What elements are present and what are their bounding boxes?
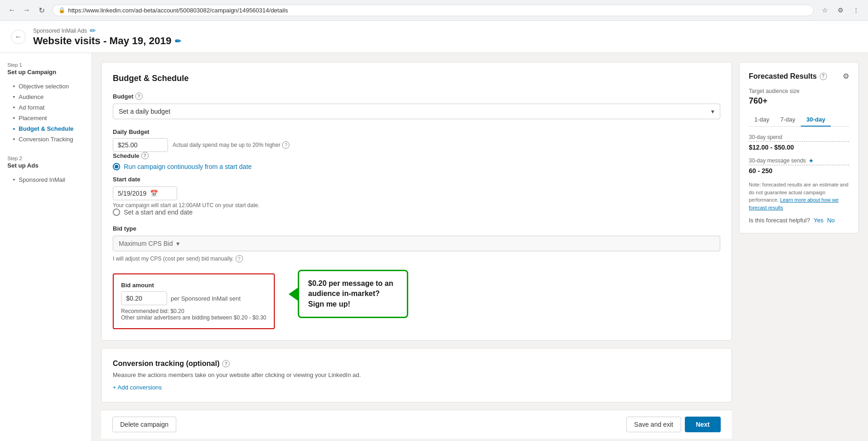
step1-nav-list: Objective selection Audience Ad format P… xyxy=(7,81,84,145)
bid-amount-label: Bid amount xyxy=(121,282,266,289)
target-audience-value: 760+ xyxy=(749,96,849,106)
sidebar-item-audience[interactable]: Audience xyxy=(7,92,84,102)
daily-budget-help-icon[interactable]: ? xyxy=(282,141,289,149)
star-button[interactable]: ☆ xyxy=(818,4,831,17)
sidebar-item-placement[interactable]: Placement xyxy=(7,113,84,123)
main-title-text: Website visits - May 19, 2019 xyxy=(33,35,171,47)
bid-type-section: Bid type Maximum CPS Bid ▾ I will adjust… xyxy=(113,225,720,262)
main-layout: Step 1 Set up Campaign Objective selecti… xyxy=(0,53,868,441)
day-tabs: 1-day 7-day 30-day xyxy=(749,113,849,127)
forecast-panel: Forecasted Results ? ⚙ Target audience s… xyxy=(739,62,859,233)
browser-actions: ☆ ⚙ ⋮ xyxy=(818,4,862,17)
forecast-help-icon[interactable]: ? xyxy=(820,73,827,80)
calendar-icon: 📅 xyxy=(150,190,158,197)
step1-label: Step 1 xyxy=(7,62,84,68)
sidebar-item-ad-format[interactable]: Ad format xyxy=(7,102,84,113)
budget-type-value: Set a daily budget xyxy=(119,108,170,115)
menu-button[interactable]: ⋮ xyxy=(850,4,862,17)
daily-budget-hint: Actual daily spend may be up to 20% high… xyxy=(173,141,289,149)
sidebar-item-conversion-tracking[interactable]: Conversion Tracking xyxy=(7,134,84,145)
bid-amount-wrapper: Bid amount per Sponsored InMail sent Rec… xyxy=(113,270,720,329)
step2-nav-list: Sponsored InMail xyxy=(7,174,84,185)
chevron-down-icon: ▾ xyxy=(711,108,714,115)
bid-type-dropdown[interactable]: Maximum CPS Bid ▾ xyxy=(113,236,720,251)
date-input-row: 5/19/2019 📅 xyxy=(113,186,720,200)
budget-type-dropdown[interactable]: Set a daily budget ▾ xyxy=(113,104,720,119)
step2-label: Step 2 xyxy=(7,156,84,161)
tab-1-day[interactable]: 1-day xyxy=(749,113,775,127)
forecast-sends-value: 60 - 250 xyxy=(749,167,849,174)
forecast-helpful-no[interactable]: No xyxy=(827,217,835,224)
daily-budget-group: Daily Budget Actual daily spend may be u… xyxy=(113,128,720,152)
forecast-sends-label: 30-day message sends ★ xyxy=(749,157,849,165)
sidebar-item-objective[interactable]: Objective selection xyxy=(7,81,84,92)
budget-label: Budget ? xyxy=(113,93,720,100)
add-conversions-link[interactable]: + Add conversions xyxy=(113,384,720,391)
sidebar: Step 1 Set up Campaign Objective selecti… xyxy=(0,53,92,441)
forecast-helpful-yes[interactable]: Yes xyxy=(814,217,823,224)
reload-button[interactable]: ↻ xyxy=(35,4,48,17)
callout-bubble: $0.20 per message to an audience in-mark… xyxy=(298,270,408,318)
conversion-help-icon[interactable]: ? xyxy=(222,360,230,367)
bid-type-chevron-icon: ▾ xyxy=(176,240,179,247)
bid-amount-box: Bid amount per Sponsored InMail sent Rec… xyxy=(113,273,275,329)
delete-campaign-button[interactable]: Delete campaign xyxy=(112,417,176,432)
conversion-tracking-card: Conversion tracking (optional) ? Measure… xyxy=(101,348,732,402)
forecast-header: Forecasted Results ? ⚙ xyxy=(749,72,849,81)
budget-schedule-card: Budget & Schedule Budget ? Set a daily b… xyxy=(101,62,732,341)
conversion-title: Conversion tracking (optional) ? xyxy=(113,360,720,368)
next-button[interactable]: Next xyxy=(685,417,721,432)
bid-recommended: Recommended bid: $0.20 xyxy=(121,308,266,314)
page-main-title: Website visits - May 19, 2019 ✏ xyxy=(33,35,181,47)
budget-help-icon[interactable]: ? xyxy=(135,93,143,100)
schedule-option1[interactable]: Run campaign continuously from a start d… xyxy=(113,163,720,170)
main-form: Budget & Schedule Budget ? Set a daily b… xyxy=(101,62,732,439)
target-audience-label: Target audience size xyxy=(749,88,849,94)
start-date-note: Your campaign will start at 12:00AM UTC … xyxy=(113,202,720,209)
save-exit-button[interactable]: Save and exit xyxy=(626,417,681,432)
forward-nav-button[interactable]: → xyxy=(20,4,33,17)
address-bar[interactable]: 🔒 https://www.linkedin.com/ad-beta/accou… xyxy=(52,5,814,16)
start-date-group: Start date 5/19/2019 📅 Your campaign wil… xyxy=(113,176,720,209)
star-icon: ★ xyxy=(809,157,814,164)
schedule-help-icon[interactable]: ? xyxy=(141,152,149,159)
forecast-helpful: Is this forecast helpful? Yes No xyxy=(749,217,849,224)
subtitle-edit-icon[interactable]: ✏ xyxy=(90,26,96,35)
page-subtitle: Sponsored InMail Ads ✏ xyxy=(33,26,181,35)
schedule-option2[interactable]: Set a start and end date xyxy=(113,209,720,216)
extensions-button[interactable]: ⚙ xyxy=(834,4,847,17)
step1-title: Set up Campaign xyxy=(7,69,84,75)
callout-arrow-icon xyxy=(289,288,298,301)
bid-amount-input[interactable] xyxy=(121,291,167,305)
bottom-bar: Delete campaign Save and exit Next xyxy=(101,410,732,439)
title-edit-icon[interactable]: ✏ xyxy=(175,37,181,46)
subtitle-text: Sponsored InMail Ads xyxy=(33,28,87,34)
schedule-radio2[interactable] xyxy=(113,209,120,216)
forecast-spend-value: $12.00 - $50.00 xyxy=(749,144,849,151)
page-header: ← Sponsored InMail Ads ✏ Website visits … xyxy=(0,21,868,53)
callout-area: $0.20 per message to an audience in-mark… xyxy=(289,270,408,318)
start-date-label: Start date xyxy=(113,176,720,183)
step2-title: Set up Ads xyxy=(7,162,84,169)
sidebar-item-budget[interactable]: Budget & Schedule xyxy=(7,123,84,134)
forecast-spend-metric: 30-day spend $12.00 - $50.00 xyxy=(749,134,849,151)
schedule-radio1[interactable] xyxy=(113,163,120,170)
tab-7-day[interactable]: 7-day xyxy=(775,113,801,127)
daily-budget-label: Daily Budget xyxy=(113,128,720,135)
schedule-label: Schedule ? xyxy=(113,152,720,159)
tab-30-day[interactable]: 30-day xyxy=(801,113,831,127)
browser-chrome: ← → ↻ 🔒 https://www.linkedin.com/ad-beta… xyxy=(0,0,868,21)
sidebar-item-sponsored-inmail[interactable]: Sponsored InMail xyxy=(7,174,84,185)
browser-nav-buttons: ← → ↻ xyxy=(6,4,48,17)
daily-budget-input-row: Actual daily spend may be up to 20% high… xyxy=(113,138,720,152)
start-date-value: 5/19/2019 xyxy=(118,190,146,197)
back-nav-button[interactable]: ← xyxy=(6,4,18,17)
url-text: https://www.linkedin.com/ad-beta/account… xyxy=(68,7,288,14)
forecast-gear-icon[interactable]: ⚙ xyxy=(843,72,849,81)
daily-budget-input[interactable] xyxy=(113,138,168,152)
budget-section-title: Budget & Schedule xyxy=(113,74,720,83)
start-date-input[interactable]: 5/19/2019 📅 xyxy=(113,186,177,200)
page-back-button[interactable]: ← xyxy=(11,29,26,44)
bid-manual-help-icon[interactable]: ? xyxy=(236,255,243,262)
budget-field-group: Budget ? Set a daily budget ▾ xyxy=(113,93,720,119)
